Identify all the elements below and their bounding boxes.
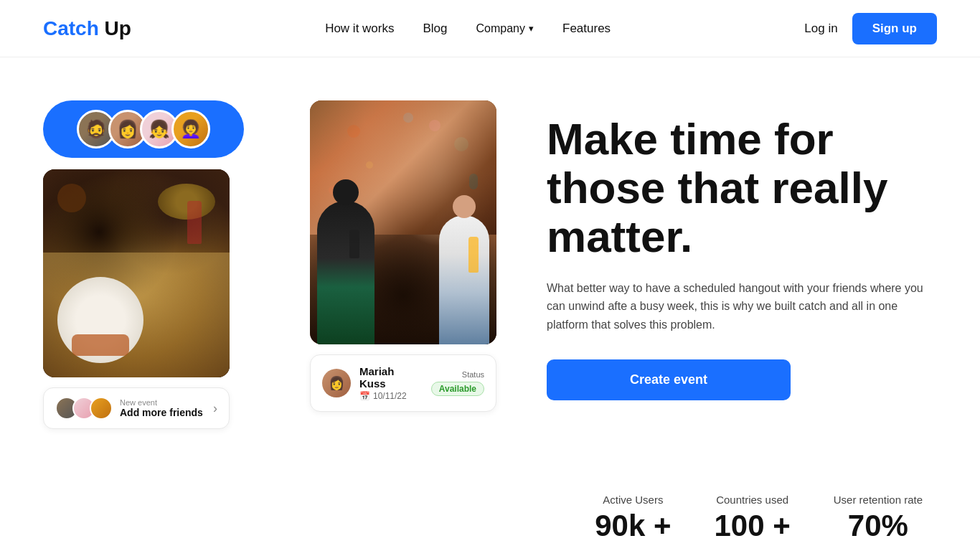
figure-right xyxy=(439,215,489,344)
add-friends-new-label: New event xyxy=(120,398,206,407)
hero-left-panel: 🧔 👩 👧 👩‍🦱 xyxy=(43,100,301,429)
nav-features[interactable]: Features xyxy=(562,22,611,36)
user-date-value: 10/11/22 xyxy=(373,391,407,401)
nav-company-dropdown[interactable]: Company ▾ xyxy=(476,22,534,35)
hero-center-panel: 👩 Mariah Kuss 📅 10/11/22 Status Availabl… xyxy=(310,100,504,412)
navbar: Catch Up How it works Blog Company ▾ Fea… xyxy=(0,0,980,57)
party-image xyxy=(310,100,496,344)
hero-text: Make time for those that really matter. … xyxy=(504,100,937,400)
stat-active-users-value: 90k + xyxy=(595,509,671,543)
logo-catch: Catch xyxy=(43,17,99,39)
hero-section: 🧔 👩 👧 👩‍🦱 xyxy=(0,57,980,458)
nav-blog[interactable]: Blog xyxy=(423,22,448,36)
stats-row: Active Users 90k + Countries used 100 + … xyxy=(0,472,980,551)
chevron-down-icon: ▾ xyxy=(529,23,534,34)
stat-retention-label: User retention rate xyxy=(834,494,923,506)
status-label: Status xyxy=(462,370,484,379)
figure-left xyxy=(317,201,374,344)
user-date: 📅 10/11/22 xyxy=(359,391,423,401)
logo[interactable]: Catch Up xyxy=(43,17,131,40)
stat-retention-value: 70% xyxy=(834,509,923,543)
nav-actions: Log in Sign up xyxy=(804,13,937,44)
add-friends-avatars xyxy=(55,397,113,420)
user-name: Mariah Kuss xyxy=(359,365,423,390)
stat-retention: User retention rate 70% xyxy=(834,494,923,543)
user-card: 👩 Mariah Kuss 📅 10/11/22 Status Availabl… xyxy=(310,354,496,412)
user-status-column: Status Available xyxy=(431,370,484,396)
signup-button[interactable]: Sign up xyxy=(852,13,937,44)
status-badge: Available xyxy=(431,382,484,396)
add-friends-main-label: Add more friends xyxy=(120,407,206,418)
avatar-4: 👩‍🦱 xyxy=(171,110,210,149)
hero-headline: Make time for those that really matter. xyxy=(547,115,937,262)
user-card-top: 👩 Mariah Kuss 📅 10/11/22 Status Availabl… xyxy=(322,365,484,401)
add-friends-text: New event Add more friends xyxy=(120,398,206,418)
nav-how-it-works[interactable]: How it works xyxy=(325,22,394,36)
hero-subtext: What better way to have a scheduled hang… xyxy=(547,279,937,334)
create-event-button[interactable]: Create event xyxy=(547,359,791,400)
add-friends-card[interactable]: New event Add more friends › xyxy=(43,387,230,429)
mini-avatar-3 xyxy=(90,397,113,420)
stat-countries-value: 100 + xyxy=(714,509,790,543)
arrow-right-icon: › xyxy=(213,401,217,416)
stat-active-users-label: Active Users xyxy=(595,494,671,506)
nav-links: How it works Blog Company ▾ Features xyxy=(325,22,611,36)
avatars-row: 🧔 👩 👧 👩‍🦱 xyxy=(43,100,244,158)
login-button[interactable]: Log in xyxy=(804,22,837,36)
stat-countries: Countries used 100 + xyxy=(714,494,790,543)
food-image xyxy=(43,169,230,377)
calendar-icon: 📅 xyxy=(359,391,370,401)
logo-up: Up xyxy=(99,17,131,39)
stat-countries-label: Countries used xyxy=(714,494,790,506)
user-info: Mariah Kuss 📅 10/11/22 xyxy=(359,365,423,401)
stat-active-users: Active Users 90k + xyxy=(595,494,671,543)
nav-company-label: Company xyxy=(476,22,525,35)
user-avatar: 👩 xyxy=(322,369,351,397)
